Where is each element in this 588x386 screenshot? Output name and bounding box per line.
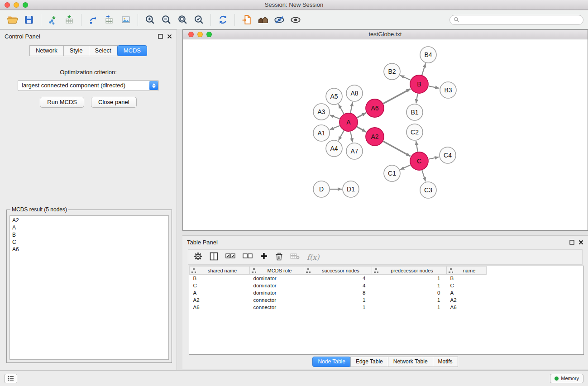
column-header-MCDS-role[interactable]: MCDS role <box>250 267 304 275</box>
network-canvas[interactable]: B4B2BB3B1A5A8A6A3AA1A2C2A4A7C4CC1C3DD1 <box>183 39 588 230</box>
optimization-criterion-dropdown[interactable]: largest connected component (directed) <box>18 80 159 91</box>
node-C2[interactable]: C2 <box>406 124 423 140</box>
edge-C-C3[interactable] <box>422 170 425 181</box>
network-minimize-button[interactable] <box>197 32 203 37</box>
table-row[interactable]: Adominator80A <box>190 289 487 296</box>
node-D1[interactable]: D1 <box>343 181 359 197</box>
open-document-button[interactable] <box>239 13 255 27</box>
table-cell[interactable]: connector <box>250 304 304 311</box>
node-A3[interactable]: A3 <box>313 104 330 120</box>
edge-A-A7[interactable] <box>350 132 353 143</box>
import-network-button[interactable] <box>45 13 61 27</box>
table-row[interactable]: A2connector11A2 <box>190 296 487 304</box>
table-cell[interactable]: 4 <box>304 275 372 282</box>
float-panel-icon[interactable] <box>158 34 163 39</box>
network-close-button[interactable] <box>188 32 194 37</box>
table-cell[interactable]: 1 <box>372 282 447 289</box>
table-cell[interactable]: dominator <box>250 282 304 289</box>
edge-A-A4[interactable] <box>339 130 344 140</box>
edge-A-A1[interactable] <box>330 126 340 130</box>
edge-C-C2[interactable] <box>416 141 418 152</box>
mcds-result-list[interactable]: A2ABCA6 <box>10 215 169 360</box>
edge-B-B1[interactable] <box>416 94 417 104</box>
node-B1[interactable]: B1 <box>406 104 423 120</box>
home-button[interactable] <box>255 13 271 27</box>
node-B3[interactable]: B3 <box>440 82 456 98</box>
table-row[interactable]: A6connector11A6 <box>190 304 487 311</box>
column-header-name[interactable]: name <box>447 267 487 275</box>
table-cell[interactable]: A2 <box>190 296 250 304</box>
node-A8[interactable]: A8 <box>346 85 363 101</box>
delete-table-button[interactable] <box>290 253 300 262</box>
table-cell[interactable]: B <box>190 275 250 282</box>
table-cell[interactable]: 1 <box>372 304 447 311</box>
table-cell[interactable]: dominator <box>250 289 304 296</box>
share-network-button[interactable] <box>85 13 101 27</box>
edge-A-A5[interactable] <box>339 104 344 114</box>
edge-B-B4[interactable] <box>422 63 425 75</box>
table-cell[interactable]: 4 <box>304 282 372 289</box>
run-mcds-button[interactable]: Run MCDS <box>40 97 84 108</box>
edge-A-A3[interactable] <box>330 115 340 119</box>
search-input[interactable] <box>462 17 579 23</box>
tab-mcds[interactable]: MCDS <box>117 45 147 56</box>
select-all-rows-button[interactable] <box>225 253 235 262</box>
node-C1[interactable]: C1 <box>384 165 400 181</box>
node-A5[interactable]: A5 <box>326 88 342 105</box>
edge-A2-C[interactable] <box>383 141 410 156</box>
tab-network-table[interactable]: Network Table <box>388 357 433 367</box>
edge-B-B2[interactable] <box>400 75 411 80</box>
close-panel-button[interactable]: Close panel <box>91 97 137 108</box>
show-details-button[interactable] <box>287 13 304 27</box>
edge-A-A2[interactable] <box>357 127 366 132</box>
tab-motifs[interactable]: Motifs <box>433 357 458 367</box>
node-A6[interactable]: A6 <box>366 99 384 117</box>
table-cell[interactable]: A2 <box>447 296 487 304</box>
table-cell[interactable]: dominator <box>250 275 304 282</box>
task-history-button[interactable] <box>5 374 17 383</box>
zoom-fit-button[interactable] <box>174 13 191 27</box>
save-session-button[interactable] <box>21 13 37 27</box>
duplicate-table-button[interactable] <box>101 13 118 27</box>
node-A7[interactable]: A7 <box>346 143 363 159</box>
node-table[interactable]: shared nameMCDS rolesuccessor nodesprede… <box>189 266 584 355</box>
edge-C-C1[interactable] <box>400 165 411 170</box>
table-cell[interactable]: A <box>447 289 487 296</box>
node-A1[interactable]: A1 <box>313 125 330 141</box>
delete-row-button[interactable] <box>275 252 283 262</box>
search-field[interactable] <box>449 15 583 25</box>
table-cell[interactable]: 1 <box>372 296 447 304</box>
table-row[interactable]: Cdominator41C <box>190 282 487 289</box>
close-panel-icon[interactable] <box>167 34 172 39</box>
node-B2[interactable]: B2 <box>384 63 400 80</box>
table-cell[interactable]: A6 <box>190 304 250 311</box>
close-window-button[interactable] <box>5 2 10 8</box>
node-B[interactable]: B <box>410 75 428 93</box>
tab-network[interactable]: Network <box>29 45 64 56</box>
node-B4[interactable]: B4 <box>420 47 436 63</box>
edge-A-A8[interactable] <box>350 102 353 113</box>
zoom-window-button[interactable] <box>23 2 28 8</box>
table-cell[interactable]: C <box>447 282 487 289</box>
show-columns-button[interactable] <box>210 252 218 262</box>
open-session-button[interactable] <box>5 13 21 27</box>
table-cell[interactable]: A6 <box>447 304 487 311</box>
memory-button[interactable]: Memory <box>550 374 583 383</box>
table-cell[interactable]: 1 <box>304 304 372 311</box>
minimize-window-button[interactable] <box>14 2 19 8</box>
function-builder-button[interactable]: f(x) <box>307 253 319 262</box>
deselect-all-rows-button[interactable] <box>243 253 253 262</box>
table-cell[interactable]: A <box>190 289 250 296</box>
column-header-predecessor-nodes[interactable]: predecessor nodes <box>372 267 447 275</box>
network-graph[interactable]: B4B2BB3B1A5A8A6A3AA1A2C2A4A7C4CC1C3DD1 <box>183 39 588 230</box>
tab-node-table[interactable]: Node Table <box>312 357 351 367</box>
network-zoom-button[interactable] <box>206 32 212 37</box>
edge-A6-B[interactable] <box>383 89 410 104</box>
edge-B-B3[interactable] <box>429 86 440 88</box>
table-cell[interactable]: C <box>190 282 250 289</box>
import-table-button[interactable] <box>61 13 77 27</box>
table-cell[interactable]: B <box>447 275 487 282</box>
table-settings-button[interactable] <box>194 252 202 262</box>
node-C4[interactable]: C4 <box>440 147 456 163</box>
zoom-selected-button[interactable] <box>191 13 207 27</box>
